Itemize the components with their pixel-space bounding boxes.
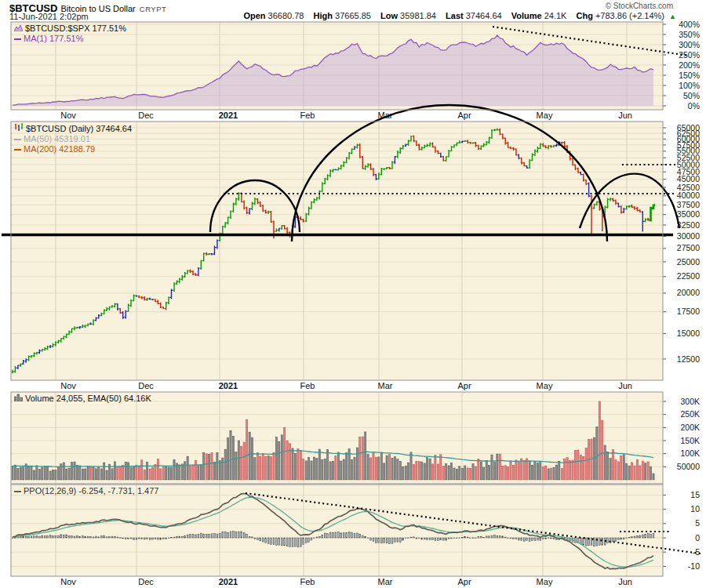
svg-text:-10: -10 — [688, 561, 700, 571]
exchange-tag: CRYPT — [140, 5, 167, 13]
svg-text:37500: 37500 — [677, 200, 700, 209]
ratio-ma-legend-label: MA(1) 177.51% — [24, 34, 83, 44]
svg-text:200%: 200% — [679, 60, 700, 70]
svg-text:Apr: Apr — [457, 381, 471, 390]
ohlc-bars-icon — [14, 123, 24, 134]
svg-text:0: 0 — [695, 533, 700, 543]
svg-text:250K: 250K — [680, 409, 700, 419]
ratio-legend: $BTCUSD:$SPX 177.51% MA(1) 177.51% — [14, 24, 126, 44]
svg-text:2021: 2021 — [219, 577, 238, 586]
svg-text:May: May — [537, 111, 553, 120]
chart-datetime: 11-Jun-2021 2:02pm — [9, 12, 89, 21]
svg-text:Dec: Dec — [138, 577, 154, 586]
svg-text:0%: 0% — [688, 101, 700, 111]
svg-text:Jun: Jun — [618, 111, 632, 120]
ma200-legend-label: MA(200) 42188.79 — [24, 144, 95, 154]
ma50-line-icon — [14, 139, 21, 140]
last-value: 37464.64 — [466, 11, 502, 20]
svg-text:10: 10 — [690, 504, 700, 514]
svg-text:100%: 100% — [679, 81, 700, 90]
high-label: High — [314, 11, 333, 20]
svg-text:22500: 22500 — [677, 271, 700, 281]
svg-text:2021: 2021 — [219, 381, 238, 390]
area-chart-icon — [14, 24, 23, 34]
svg-text:100K: 100K — [680, 448, 700, 458]
svg-text:30000: 30000 — [677, 231, 700, 241]
svg-text:Nov: Nov — [60, 111, 76, 120]
svg-text:5: 5 — [695, 518, 700, 528]
svg-text:Dec: Dec — [138, 111, 154, 120]
price-legend: $BTCUSD (Daily) 37464.64 MA(50) 45319.01… — [14, 123, 132, 154]
svg-text:Apr: Apr — [457, 111, 471, 120]
svg-text:15: 15 — [690, 490, 700, 499]
low-label: Low — [380, 11, 398, 20]
chart-canvas[interactable]: 400%350%300%250%200%150%100%50%0%6500062… — [0, 0, 706, 588]
svg-text:35000: 35000 — [677, 209, 700, 219]
svg-text:Dec: Dec — [138, 381, 154, 390]
chg-value: +783.86 (+2.14%) — [595, 11, 664, 20]
svg-text:17500: 17500 — [677, 307, 700, 316]
volume-bars-icon — [14, 394, 23, 404]
ppo-legend: PPO(12,26,9) -6.254, -7.731, 1.477 — [14, 486, 158, 496]
ppo-line-icon — [14, 491, 21, 492]
svg-text:Jun: Jun — [618, 381, 632, 390]
svg-text:27500: 27500 — [677, 243, 700, 252]
ma1-line-icon — [14, 38, 21, 40]
svg-text:300K: 300K — [680, 397, 700, 406]
svg-text:40000: 40000 — [677, 191, 700, 200]
svg-text:Feb: Feb — [300, 111, 315, 120]
open-label: Open — [243, 11, 265, 20]
svg-text:2021: 2021 — [219, 111, 238, 120]
ma200-line-icon — [14, 149, 21, 151]
svg-text:400%: 400% — [679, 20, 700, 29]
svg-text:200K: 200K — [680, 423, 700, 432]
ppo-legend-label: PPO(12,26,9) -6.254, -7.731, 1.477 — [24, 486, 158, 496]
volume-legend-label: Volume 24,055, EMA(50) 64.16K — [25, 394, 151, 404]
svg-text:50000: 50000 — [677, 462, 700, 471]
svg-text:150%: 150% — [679, 71, 700, 80]
svg-text:Jun: Jun — [618, 577, 632, 586]
svg-text:350%: 350% — [679, 30, 700, 39]
quote-summary: Open 36680.78 High 37665.85 Low 35981.84… — [243, 11, 676, 20]
price-plot-area[interactable] — [11, 122, 663, 380]
svg-text:32500: 32500 — [677, 220, 700, 230]
svg-text:May: May — [537, 381, 553, 390]
axis-labels: 400%350%300%250%200%150%100%50%0%6500062… — [677, 20, 700, 571]
svg-text:Feb: Feb — [300, 577, 315, 586]
svg-text:Nov: Nov — [60, 381, 76, 390]
volume-label: Volume — [511, 11, 542, 20]
low-value: 35981.84 — [400, 11, 436, 20]
ma50-legend-label: MA(50) 45319.01 — [24, 134, 90, 144]
svg-text:Mar: Mar — [378, 381, 393, 390]
ratio-legend-label: $BTCUSD:$SPX 177.51% — [25, 24, 126, 34]
svg-text:Nov: Nov — [60, 577, 76, 586]
volume-legend: Volume 24,055, EMA(50) 64.16K — [14, 394, 151, 404]
price-legend-label: $BTCUSD (Daily) 37464.64 — [26, 124, 132, 134]
ppo-plot-area[interactable] — [11, 485, 663, 576]
svg-text:25000: 25000 — [677, 257, 700, 267]
last-label: Last — [446, 11, 464, 20]
stockcharts-chart: 400%350%300%250%200%150%100%50%0%6500062… — [0, 0, 706, 588]
svg-text:300%: 300% — [679, 40, 700, 49]
svg-text:50%: 50% — [683, 91, 700, 100]
up-arrow-icon: ▲ — [669, 13, 676, 20]
copyright-label: © StockCharts.com — [606, 2, 673, 10]
svg-text:Feb: Feb — [300, 381, 315, 390]
chg-label: Chg — [576, 11, 592, 20]
svg-text:-5: -5 — [693, 547, 700, 557]
svg-text:May: May — [537, 577, 553, 586]
volume-value: 24.1K — [544, 11, 567, 20]
svg-text:Apr: Apr — [457, 577, 471, 586]
svg-text:Mar: Mar — [378, 577, 393, 586]
svg-text:12500: 12500 — [677, 354, 700, 364]
high-value: 37665.85 — [335, 11, 371, 20]
svg-text:150K: 150K — [680, 436, 700, 445]
open-value: 36680.78 — [268, 11, 304, 20]
svg-text:15000: 15000 — [677, 328, 700, 338]
svg-text:20000: 20000 — [677, 288, 700, 297]
